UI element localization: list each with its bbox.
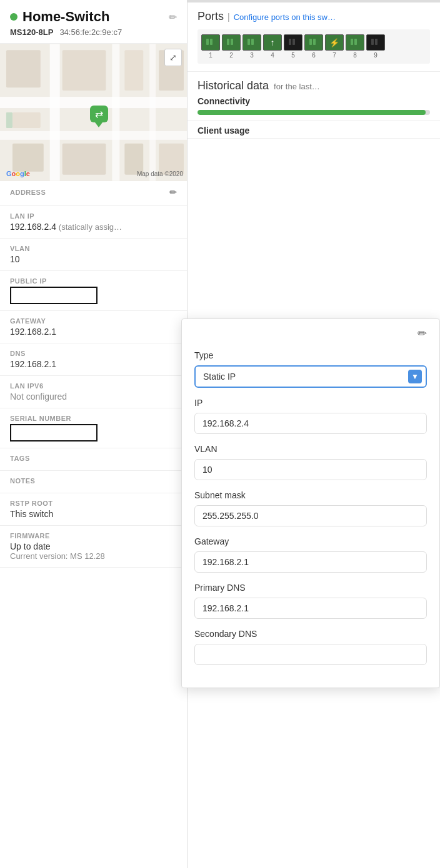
lan-ipv6-section: LAN IPV6 Not configured (0, 376, 187, 408)
svg-rect-8 (12, 144, 44, 172)
left-panel: Home-Switch ✏ MS120-8LP 34:56:fe:2c:9e:c… (0, 0, 188, 868)
popup-gateway-field-group: Gateway (194, 536, 427, 573)
serial-label: SERIAL NUMBER (10, 415, 71, 422)
device-name-edit-icon[interactable]: ✏ (169, 11, 177, 23)
ports-grid: 1 2 3 (198, 29, 430, 64)
firmware-label: FIRMWARE (10, 532, 50, 540)
device-name: Home-Switch (22, 9, 164, 25)
tags-section: TAGS (0, 448, 187, 471)
port-9[interactable]: 9 (366, 34, 385, 59)
subnet-input[interactable] (194, 505, 427, 526)
svg-rect-24 (309, 39, 312, 45)
address-edit-icon[interactable]: ✏ (169, 187, 178, 197)
port-3[interactable]: 3 (242, 34, 261, 59)
historical-subtitle: for the last… (274, 82, 320, 91)
ip-input[interactable] (194, 413, 427, 434)
svg-rect-21 (251, 39, 254, 45)
client-usage-label: Client usage (188, 121, 440, 139)
lan-ip-suffix: (statically assig… (59, 222, 122, 232)
svg-rect-22 (289, 39, 291, 45)
port-2[interactable]: 2 (222, 34, 241, 59)
device-header: Home-Switch ✏ MS120-8LP 34:56:fe:2c:9e:c… (0, 0, 187, 44)
svg-rect-17 (210, 39, 212, 45)
svg-rect-7 (12, 112, 41, 128)
notes-label: NOTES (10, 477, 35, 485)
type-select[interactable]: Static IP DHCP Manual (194, 365, 427, 388)
firmware-version: Current version: MS 12.28 (10, 551, 177, 561)
vlan-input[interactable] (194, 459, 427, 480)
map-expand-button[interactable]: ⤢ (164, 49, 182, 66)
primary-dns-input[interactable] (194, 598, 427, 619)
lan-ipv6-label: LAN IPV6 (10, 382, 44, 390)
address-label: ADDRESS (10, 189, 46, 196)
port-8[interactable]: 8 (346, 34, 364, 59)
gateway-section: GATEWAY 192.168.2.1 (0, 311, 187, 343)
svg-rect-6 (6, 50, 41, 87)
public-ip-section: PUBLIC IP (0, 271, 187, 311)
map-pin: ⇄ (90, 106, 108, 122)
map-copyright: Map data ©2020 (137, 170, 183, 177)
rstp-section: RSTP ROOT This switch (0, 493, 187, 526)
svg-rect-5 (149, 44, 156, 180)
connectivity-fill (198, 110, 426, 115)
vlan-label: VLAN (10, 245, 30, 252)
public-ip-redacted (10, 287, 98, 304)
address-section: ADDRESS ✏ (0, 181, 187, 206)
port-1[interactable]: 1 (201, 34, 220, 59)
gateway-value: 192.168.2.1 (10, 327, 177, 337)
dns-section: DNS 192.168.2.1 (0, 343, 187, 376)
secondary-dns-field-group: Secondary DNS (194, 629, 427, 665)
serial-section: SERIAL NUMBER (0, 408, 187, 448)
device-model: MS120-8LP (10, 27, 53, 37)
secondary-dns-label: Secondary DNS (194, 629, 427, 639)
vlan-value: 10 (10, 254, 177, 264)
lan-ip-label: LAN IP (10, 212, 34, 220)
dns-label: DNS (10, 350, 26, 357)
svg-rect-27 (354, 39, 357, 45)
tags-label: TAGS (10, 455, 30, 462)
secondary-dns-input[interactable] (194, 644, 427, 665)
svg-rect-10 (62, 144, 106, 175)
notes-section: NOTES (0, 471, 187, 493)
svg-rect-3 (50, 44, 60, 180)
public-ip-value (10, 287, 177, 304)
device-map[interactable]: ⇄ ⤢ Google Map data ©2020 (0, 44, 187, 181)
popup-vlan-label: VLAN (194, 444, 427, 454)
lan-ip-edit-popup: ✏ Type Static IP DHCP Manual ▼ IP VLAN (181, 318, 440, 688)
svg-rect-28 (371, 39, 374, 45)
subnet-label: Subnet mask (194, 490, 427, 500)
serial-redacted (10, 424, 98, 441)
firmware-status: Up to date (10, 541, 177, 551)
ports-section: Ports | Configure ports on this sw… 1 (188, 2, 440, 72)
lan-ipv6-value: Not configured (10, 392, 177, 402)
port-4[interactable]: ↑ 4 (263, 34, 282, 59)
svg-rect-9 (62, 50, 106, 91)
ports-title: Ports (198, 10, 224, 23)
device-mac: 34:56:fe:2c:9e:c7 (59, 27, 122, 37)
lan-ip-value: 192.168.2.4 (statically assig… (10, 222, 177, 232)
svg-rect-15 (6, 112, 12, 128)
primary-dns-label: Primary DNS (194, 583, 427, 593)
connectivity-label: Connectivity (198, 96, 430, 106)
gateway-input[interactable] (194, 551, 427, 573)
popup-edit-icon[interactable]: ✏ (418, 327, 427, 340)
port-6[interactable]: 6 (304, 34, 323, 59)
gateway-label: GATEWAY (10, 317, 46, 325)
svg-rect-19 (231, 39, 233, 45)
port-5[interactable]: 5 (284, 34, 302, 59)
popup-gateway-label: Gateway (194, 536, 427, 546)
public-ip-label: PUBLIC IP (10, 277, 47, 285)
port-7[interactable]: ⚡ 7 (325, 34, 344, 59)
historical-section: Historical data for the last… Connectivi… (188, 72, 440, 121)
status-indicator (10, 13, 18, 21)
svg-rect-18 (227, 39, 229, 45)
dns-value: 192.168.2.1 (10, 359, 177, 369)
svg-rect-25 (313, 39, 316, 45)
firmware-section: FIRMWARE Up to date Current version: MS … (0, 526, 187, 568)
svg-rect-16 (206, 39, 209, 45)
svg-rect-23 (292, 39, 295, 45)
rstp-label: RSTP ROOT (10, 500, 52, 507)
type-label: Type (194, 350, 427, 360)
configure-ports-link[interactable]: Configure ports on this sw… (234, 12, 336, 22)
popup-vlan-field-group: VLAN (194, 444, 427, 480)
